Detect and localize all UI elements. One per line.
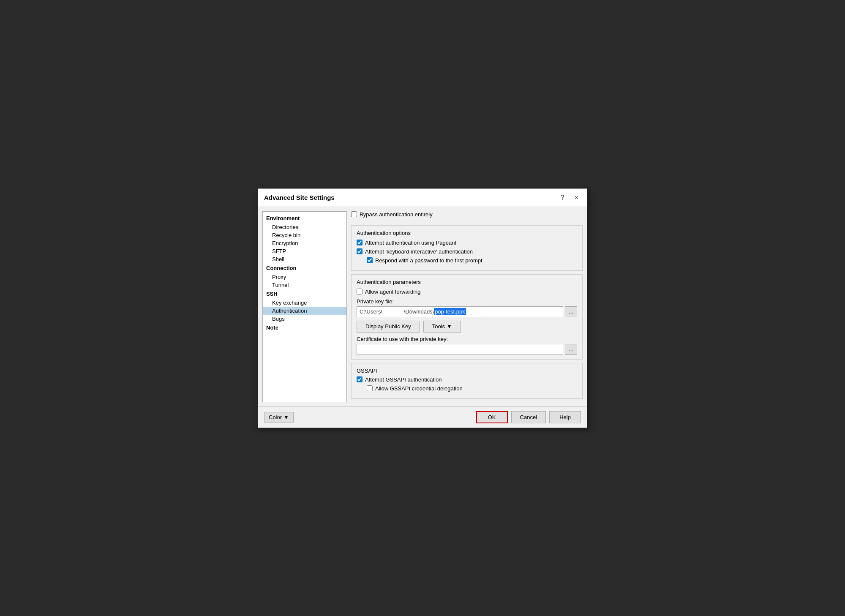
tree-section-connection: Connection [263,263,346,273]
private-key-blur [382,308,404,315]
cert-label: Certificate to use with the private key: [357,336,577,342]
bypass-auth-label[interactable]: Bypass authentication entirely [360,211,433,218]
color-dropdown[interactable]: Color ▼ [264,412,294,422]
tree-section-note: Note [263,323,346,333]
respond-password-checkbox[interactable] [367,257,373,263]
private-key-browse-button[interactable]: ... [565,306,577,317]
tree-section-ssh: SSH [263,289,346,299]
tools-label: Tools [432,323,445,330]
tree-item-shell[interactable]: Shell [263,255,346,263]
auth-options-title: Authentication options [357,230,577,236]
attempt-pageant-label[interactable]: Attempt authentication using Pageant [365,240,456,246]
attempt-keyboard-label[interactable]: Attempt 'keyboard-interactive' authentic… [365,248,473,255]
private-key-middle: \Downloads\ [404,308,434,315]
tree-item-directories[interactable]: Directories [263,223,346,231]
allow-forwarding-label[interactable]: Allow agent forwarding [365,289,421,295]
color-label: Color [269,414,282,420]
attempt-pageant-checkbox[interactable] [357,240,363,245]
display-public-key-button[interactable]: Display Public Key [357,321,420,333]
bypass-auth-checkbox[interactable] [351,211,357,217]
pageant-row: Attempt authentication using Pageant [357,240,577,246]
help-titlebar-button[interactable]: ? [558,193,567,202]
private-key-highlighted: pop-test.ppk [434,308,466,315]
tree-item-proxy[interactable]: Proxy [263,273,346,281]
tree-item-recycle-bin[interactable]: Recycle bin [263,231,346,239]
ok-button[interactable]: OK [476,411,508,423]
tree-item-encryption[interactable]: Encryption [263,239,346,247]
private-key-input[interactable]: C:\Users\ \Downloads\ pop-test.ppk [357,306,563,317]
auth-params-section: Authentication parameters Allow agent fo… [351,274,583,360]
tree-item-tunnel[interactable]: Tunnel [263,281,346,289]
help-button[interactable]: Help [549,411,581,423]
tree-item-sftp[interactable]: SFTP [263,247,346,255]
tree-panel: Environment Directories Recycle bin Encr… [262,211,347,402]
gssapi-title: GSSAPI [357,368,577,374]
auth-params-title: Authentication parameters [357,279,577,285]
respond-password-label[interactable]: Respond with a password to the first pro… [375,257,482,264]
cert-browse-button[interactable]: ... [565,344,577,355]
content-panel: Bypass authentication entirely Authentic… [351,211,583,402]
auth-options-section: Authentication options Attempt authentic… [351,225,583,271]
cert-field-row: ... [357,344,577,355]
attempt-gssapi-label[interactable]: Attempt GSSAPI authentication [365,376,442,383]
tree-item-authentication[interactable]: Authentication [263,307,346,315]
attempt-gssapi-row: Attempt GSSAPI authentication [357,376,577,383]
tree-item-key-exchange[interactable]: Key exchange [263,299,346,307]
cancel-button[interactable]: Cancel [511,411,546,423]
tree-section-environment: Environment [263,213,346,223]
titlebar-buttons: ? × [558,193,581,202]
footer-left: Color ▼ [264,412,294,422]
dialog-titlebar: Advanced Site Settings ? × [258,189,587,207]
private-key-label: Private key file: [357,298,577,305]
footer-right: OK Cancel Help [476,411,581,423]
allow-forwarding-checkbox[interactable] [357,289,363,294]
private-key-prefix: C:\Users\ [360,308,382,315]
allow-delegation-checkbox[interactable] [367,385,373,391]
cert-input[interactable] [357,344,563,355]
bypass-auth-row: Bypass authentication entirely [351,211,583,218]
allow-delegation-label[interactable]: Allow GSSAPI credential delegation [375,385,463,392]
tools-button[interactable]: Tools ▼ [423,321,461,333]
color-arrow-icon: ▼ [283,414,289,420]
attempt-gssapi-checkbox[interactable] [357,376,363,382]
respond-password-row: Respond with a password to the first pro… [367,257,577,264]
attempt-keyboard-checkbox[interactable] [357,248,363,254]
dialog-title: Advanced Site Settings [264,194,335,201]
close-titlebar-button[interactable]: × [572,193,581,202]
dialog-body: Environment Directories Recycle bin Encr… [258,207,587,406]
gssapi-section: GSSAPI Attempt GSSAPI authentication All… [351,363,583,399]
private-key-file-row: C:\Users\ \Downloads\ pop-test.ppk ... [357,306,577,317]
allow-delegation-row: Allow GSSAPI credential delegation [367,385,577,392]
keyboard-interactive-row: Attempt 'keyboard-interactive' authentic… [357,248,577,255]
dialog-footer: Color ▼ OK Cancel Help [258,406,587,428]
bypass-auth-section: Bypass authentication entirely [351,211,583,222]
tools-arrow-icon: ▼ [447,323,452,330]
dialog-container: Advanced Site Settings ? × Environment D… [258,188,587,428]
allow-forwarding-row: Allow agent forwarding [357,289,577,295]
key-action-buttons: Display Public Key Tools ▼ [357,321,577,333]
tree-item-bugs[interactable]: Bugs [263,315,346,323]
advanced-site-settings-dialog: Advanced Site Settings ? × Environment D… [258,188,587,428]
